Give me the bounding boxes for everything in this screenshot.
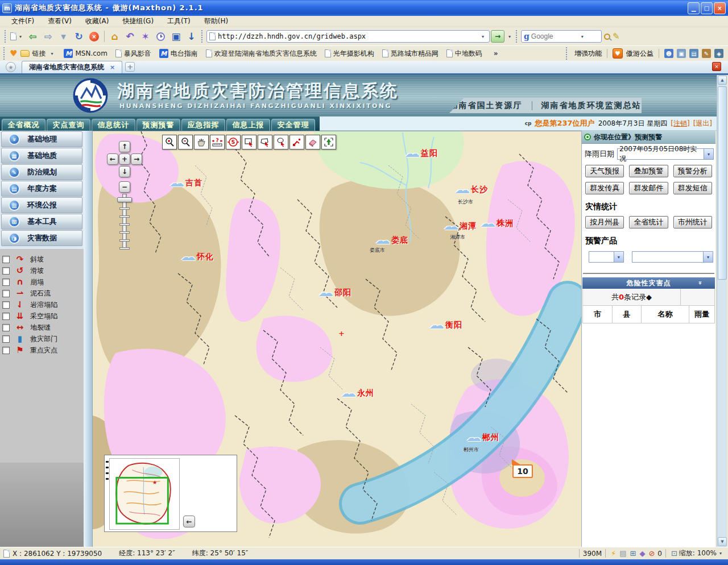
- layer-checkbox[interactable]: [2, 313, 10, 320]
- undo-icon[interactable]: ↶: [123, 30, 137, 44]
- clock-icon[interactable]: [154, 30, 168, 44]
- sidebar-item-base-geography[interactable]: »基础地理: [1, 131, 82, 147]
- address-bar[interactable]: ▾: [206, 30, 490, 43]
- collapse-chevron-icon[interactable]: «: [696, 281, 704, 284]
- nav-tab-report[interactable]: 信息上报: [226, 119, 270, 131]
- page-scrollbar[interactable]: ▲ ▼: [717, 75, 727, 547]
- links-overflow-icon[interactable]: »: [494, 49, 498, 57]
- pan-down-button[interactable]: ↓: [119, 166, 130, 177]
- toolbar-grip[interactable]: [201, 30, 204, 43]
- sidebar-item-base-geology[interactable]: ▦基础地质: [1, 148, 82, 164]
- sidebar-item-prevention-plan[interactable]: ✎防治规划: [1, 164, 82, 180]
- enhance-link[interactable]: 增强功能: [574, 49, 602, 59]
- rect-select-tool[interactable]: [242, 135, 257, 149]
- city-marker-chenzhou[interactable]: ☁☁郴州: [466, 433, 499, 443]
- scroll-up-icon[interactable]: ▲: [718, 76, 727, 85]
- links-folder[interactable]: 链接▾: [20, 49, 56, 59]
- city-marker-shaoyang[interactable]: ☁☁邵阳: [318, 288, 351, 298]
- city-marker-xiangtan[interactable]: ☁☁湘潭: [444, 221, 477, 231]
- tabbar-close-button[interactable]: ×: [712, 62, 721, 71]
- scroll-down-icon[interactable]: ▼: [718, 537, 727, 546]
- maxthon-charity-icon[interactable]: ♥: [613, 48, 623, 59]
- go-dropdown-icon[interactable]: ▾: [506, 34, 514, 39]
- eraser-tool[interactable]: [305, 135, 320, 149]
- boost-icon[interactable]: ⚡: [611, 549, 616, 558]
- chevron-down-icon[interactable]: ▾: [704, 149, 713, 159]
- highlighter-icon[interactable]: ✎: [613, 31, 620, 41]
- nav-tab-emergency[interactable]: 应急指挥: [181, 119, 225, 131]
- charity-link[interactable]: 傲游公益: [626, 49, 653, 59]
- zoom-in-tool[interactable]: [162, 135, 177, 149]
- popup-blocker-icon[interactable]: ⊘: [648, 549, 655, 558]
- scrollbar-thumb[interactable]: [718, 86, 727, 280]
- maximize-button[interactable]: □: [701, 2, 713, 14]
- plugin-icon[interactable]: ◈: [714, 49, 723, 58]
- exit-link[interactable]: [退出]: [693, 119, 712, 128]
- skin-icon[interactable]: ☻: [664, 49, 673, 58]
- pan-tool[interactable]: [194, 135, 209, 149]
- email-broadcast-button[interactable]: 群发邮件: [629, 182, 668, 194]
- favorites-heart-icon[interactable]: ♥: [10, 48, 17, 59]
- zoom-minus-button[interactable]: −: [119, 181, 130, 193]
- new-tab-button[interactable]: +: [125, 62, 135, 72]
- tab-active[interactable]: 湖南省地质灾害信息系统 ×: [22, 61, 122, 73]
- search-icon[interactable]: [604, 34, 610, 40]
- logout-link[interactable]: [注销]: [671, 119, 689, 128]
- history-dropdown-icon[interactable]: ▾: [56, 30, 71, 44]
- layer-checkbox[interactable]: [2, 324, 10, 331]
- full-extent-tool[interactable]: [321, 135, 336, 149]
- menu-tools[interactable]: 工具(T): [160, 16, 197, 26]
- sidebar-splitter[interactable]: [84, 131, 93, 547]
- sms-broadcast-button[interactable]: 群发短信: [673, 182, 712, 194]
- product-select-1[interactable]: ▾: [589, 251, 624, 263]
- layer-checkbox[interactable]: [2, 279, 10, 286]
- zoom-dropdown-icon[interactable]: ▾: [717, 551, 725, 556]
- org-link-2[interactable]: 湖南省地质环境监测总站: [541, 101, 642, 111]
- link-hunan-system[interactable]: 欢迎登陆湖南省地质灾害信息系统: [206, 49, 317, 59]
- download-icon[interactable]: ↓: [184, 30, 198, 44]
- fax-broadcast-button[interactable]: 群发传真: [585, 182, 624, 194]
- overlay-warning-button[interactable]: 叠加预警: [629, 165, 668, 177]
- nav-tab-stats[interactable]: 信息统计: [92, 119, 135, 131]
- menu-favorites[interactable]: 收藏(A): [78, 16, 116, 26]
- monthly-county-button[interactable]: 按月州县: [585, 216, 624, 229]
- resize-icon[interactable]: ⊡: [671, 549, 677, 558]
- chevron-down-icon[interactable]: ▾: [614, 252, 623, 262]
- home-icon[interactable]: ⌂: [107, 30, 122, 44]
- link-photo[interactable]: 光年摄影机构: [325, 49, 374, 59]
- toolbar-grip[interactable]: [5, 30, 7, 43]
- danger-points-header[interactable]: 危险性灾害点 «: [582, 277, 715, 289]
- menu-view[interactable]: 查看(V): [41, 16, 78, 26]
- layer-checkbox[interactable]: [2, 256, 10, 263]
- minimap-image[interactable]: ★: [109, 458, 180, 530]
- weather-forecast-button[interactable]: 天气预报: [585, 165, 624, 177]
- back-icon[interactable]: ⇦: [26, 30, 40, 44]
- measure-scale-tool[interactable]: S: [226, 135, 241, 149]
- city-stats-button[interactable]: 市州统计: [673, 216, 712, 229]
- menu-file[interactable]: 文件(F): [5, 16, 41, 26]
- link-milu[interactable]: 觅路城市精品网: [382, 49, 439, 59]
- chevron-down-icon[interactable]: ▾: [703, 252, 713, 262]
- menu-help[interactable]: 帮助(H): [197, 16, 235, 26]
- city-marker-yiyang[interactable]: ☁☁益阳: [405, 148, 438, 159]
- city-marker-zhuzhou[interactable]: ☁☁株洲: [481, 218, 514, 229]
- city-marker-jishou[interactable]: ☁☁吉首: [169, 178, 202, 188]
- pan-center-button[interactable]: +: [119, 153, 130, 165]
- link-zhongdi[interactable]: 中地数码: [446, 49, 482, 59]
- brush-icon[interactable]: ✎: [702, 49, 711, 58]
- minimap-collapse-button[interactable]: ←: [183, 516, 195, 527]
- product-select-2[interactable]: ▾: [632, 251, 713, 263]
- menu-groups[interactable]: 快捷组(G): [115, 16, 160, 26]
- layer-checkbox[interactable]: [2, 347, 10, 354]
- new-page-icon[interactable]: ▾: [10, 30, 24, 44]
- stop-icon[interactable]: ×: [87, 30, 101, 44]
- pan-right-button[interactable]: →: [131, 153, 142, 165]
- address-dropdown-icon[interactable]: ▾: [479, 34, 487, 39]
- rainfall-flag-marker[interactable]: 10: [512, 464, 533, 478]
- overview-minimap[interactable]: ★ ←: [104, 455, 237, 532]
- zoom-slider-handle[interactable]: [117, 197, 132, 202]
- sidebar-item-annual-plan[interactable]: ▤年度方案: [1, 181, 82, 197]
- layer-checkbox[interactable]: [2, 290, 10, 297]
- polygon-select-tool[interactable]: [258, 135, 272, 149]
- minimize-button[interactable]: ▁: [688, 2, 700, 14]
